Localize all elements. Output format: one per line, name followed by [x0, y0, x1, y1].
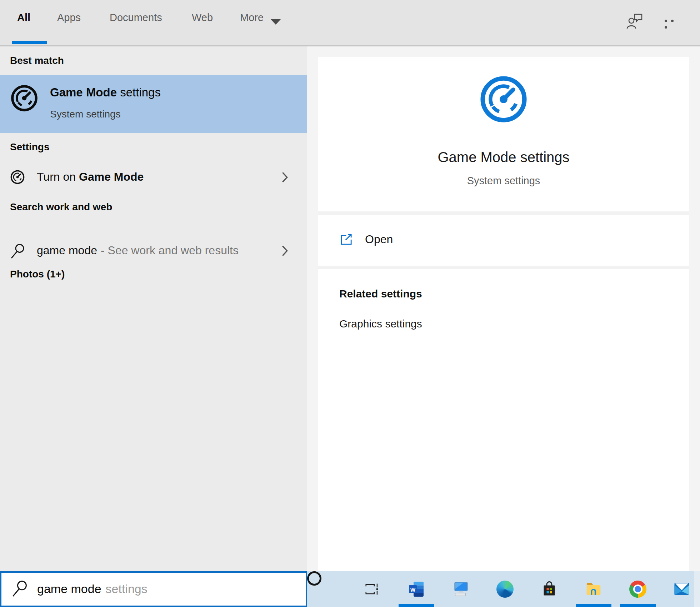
running-indicator-file-explorer: [576, 604, 611, 607]
running-indicator-chrome: [620, 604, 656, 607]
tab-all[interactable]: All: [17, 12, 30, 24]
graphics-settings-link[interactable]: Graphics settings: [339, 318, 422, 330]
taskbar-edge-strip: [694, 571, 700, 607]
search-icon: [11, 580, 29, 598]
game-mode-gauge-icon: [10, 84, 39, 112]
open-external-icon: [339, 232, 354, 247]
cortana-icon[interactable]: [307, 571, 321, 586]
tab-more[interactable]: More: [240, 12, 264, 24]
preview-title: Game Mode settings: [318, 149, 689, 165]
open-action[interactable]: Open: [318, 229, 689, 254]
photos-section-header: Photos (1+): [10, 269, 65, 280]
best-match-header: Best match: [10, 55, 64, 66]
mail-icon[interactable]: [674, 581, 691, 598]
feedback-user-icon[interactable]: [626, 12, 643, 30]
preview-subtitle: System settings: [318, 175, 689, 187]
ellipsis-dot: [665, 20, 667, 22]
chrome-icon[interactable]: [629, 581, 646, 598]
file-explorer-icon[interactable]: [585, 581, 602, 598]
preview-divider: [318, 211, 689, 215]
chevron-down-icon[interactable]: [271, 19, 281, 25]
search-input[interactable]: game modesettings: [0, 571, 307, 607]
settings-section-header: Settings: [10, 141, 49, 153]
search-results-panel: Best match Game Mode settings System set…: [0, 46, 307, 571]
tab-web[interactable]: Web: [192, 12, 213, 24]
best-match-subtitle: System settings: [50, 109, 121, 120]
search-filter-bar: All Apps Documents Web More: [0, 0, 700, 45]
active-tab-underline: [12, 41, 47, 44]
ellipsis-dot: [665, 26, 667, 29]
best-match-result[interactable]: Game Mode settings System settings: [0, 75, 307, 133]
result-web-search[interactable]: game mode- See work and web results: [0, 238, 307, 264]
web-section-header: Search work and web: [10, 201, 112, 213]
open-action-label: Open: [365, 233, 393, 246]
tab-documents[interactable]: Documents: [110, 12, 162, 24]
taskbar: W: [307, 571, 700, 607]
more-options-icon[interactable]: [665, 20, 680, 24]
chevron-right-icon[interactable]: [281, 171, 288, 183]
preview-pane: [318, 57, 689, 571]
result-label: game mode- See work and web results: [37, 244, 239, 257]
svg-text:W: W: [410, 587, 416, 593]
windows-search-flyout: All Apps Documents Web More Best match: [0, 0, 700, 607]
my-computer-icon[interactable]: [452, 581, 469, 598]
edge-icon[interactable]: [496, 581, 514, 598]
running-indicator-word: [399, 604, 434, 607]
result-turn-on-game-mode[interactable]: Turn on Game Mode: [0, 164, 307, 191]
chrome-icon-center: [635, 586, 641, 592]
best-match-title: Game Mode settings: [50, 86, 161, 99]
ellipsis-dot: [671, 20, 674, 22]
search-query-text: game modesettings: [37, 582, 148, 596]
task-view-icon[interactable]: [364, 581, 381, 598]
result-label: Turn on Game Mode: [37, 170, 144, 184]
game-mode-gauge-icon: [479, 74, 529, 124]
tab-apps[interactable]: Apps: [57, 12, 81, 24]
microsoft-store-icon[interactable]: [541, 581, 558, 598]
word-icon[interactable]: W: [408, 581, 425, 598]
game-mode-gauge-icon: [10, 170, 25, 185]
preview-divider: [318, 266, 689, 269]
search-icon: [10, 243, 25, 258]
related-settings-header: Related settings: [339, 288, 422, 300]
chevron-right-icon[interactable]: [281, 245, 288, 257]
search-suggestion-text: settings: [106, 582, 148, 596]
